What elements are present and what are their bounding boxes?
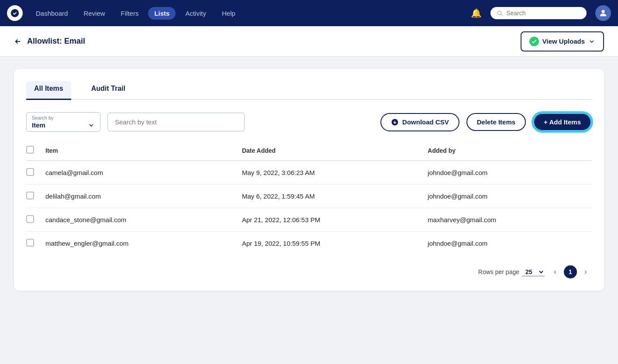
- chevron-down-icon: [588, 38, 595, 45]
- download-csv-label: Download CSV: [402, 118, 449, 126]
- search-text-input[interactable]: [107, 113, 245, 131]
- svg-point-1: [497, 11, 501, 14]
- row-date-0: May 9, 2022, 3:06:23 AM: [242, 161, 428, 185]
- row-date-3: Apr 19, 2022, 10:59:55 PM: [242, 232, 428, 255]
- select-all-header: [26, 141, 45, 161]
- row-addedby-1: johndoe@gmail.com: [428, 185, 592, 208]
- row-item-0: camela@gmail.com: [45, 161, 242, 185]
- row-checkbox-cell: [26, 208, 45, 232]
- nav-activity[interactable]: Activity: [179, 7, 212, 20]
- rows-per-page-label: Rows per page: [478, 268, 519, 275]
- table-row: matthew_engler@gmail.com Apr 19, 2022, 1…: [26, 232, 592, 255]
- row-checkbox-cell: [26, 232, 45, 255]
- table-row: camela@gmail.com May 9, 2022, 3:06:23 AM…: [26, 161, 592, 185]
- row-checkbox-2[interactable]: [26, 215, 34, 223]
- search-input[interactable]: [506, 10, 580, 17]
- row-item-1: delilah@gmail.com: [45, 185, 242, 208]
- row-item-3: matthew_engler@gmail.com: [45, 232, 242, 255]
- view-uploads-label: View Uploads: [542, 38, 585, 45]
- download-icon: [391, 118, 399, 126]
- back-button[interactable]: [14, 38, 22, 45]
- current-page-number[interactable]: 1: [564, 265, 577, 278]
- svg-point-0: [11, 9, 19, 17]
- add-items-label: + Add Items: [544, 118, 581, 126]
- notification-bell-icon[interactable]: 🔔: [471, 8, 482, 18]
- pagination: Rows per page 25 50 100 ‹ 1 ›: [26, 265, 592, 278]
- page-navigation: ‹ 1 ›: [549, 265, 592, 278]
- items-table: Item Date Added Added by camela@gmail.co…: [26, 141, 592, 255]
- table-row: delilah@gmail.com May 6, 2022, 1:59:45 A…: [26, 185, 592, 208]
- tab-audit-trail[interactable]: Audit Trail: [83, 81, 133, 100]
- nav-help[interactable]: Help: [216, 7, 242, 20]
- row-item-2: candace_stone@gmail.com: [45, 208, 242, 232]
- content-card: All Items Audit Trail Search by Item Dow…: [14, 69, 604, 291]
- row-addedby-2: maxharvey@gmail.com: [428, 208, 592, 232]
- tab-all-items[interactable]: All Items: [26, 81, 71, 100]
- back-arrow-icon: [14, 38, 22, 45]
- row-checkbox-cell: [26, 185, 45, 208]
- search-by-label: Search by: [32, 115, 95, 120]
- delete-items-label: Delete Items: [477, 118, 515, 126]
- row-checkbox-0[interactable]: [26, 168, 34, 176]
- row-date-2: Apr 21, 2022, 12:06:53 PM: [242, 208, 428, 232]
- rows-per-page-select[interactable]: 25 50 100: [522, 268, 545, 276]
- svg-line-2: [501, 14, 502, 16]
- search-icon: [497, 10, 503, 17]
- nav-dashboard[interactable]: Dashboard: [30, 7, 74, 20]
- next-page-button[interactable]: ›: [580, 266, 592, 278]
- row-addedby-0: johndoe@gmail.com: [428, 161, 592, 185]
- page-header: Allowlist: Email View Uploads: [0, 26, 618, 57]
- toolbar: Search by Item Download CSV Delete Items…: [26, 112, 592, 132]
- date-added-column-header: Date Added: [242, 141, 428, 161]
- prev-page-button[interactable]: ‹: [549, 266, 561, 278]
- row-checkbox-1[interactable]: [26, 192, 34, 199]
- search-by-value: Item: [32, 121, 95, 129]
- global-search[interactable]: [490, 7, 587, 19]
- checkmark-icon: [531, 38, 537, 45]
- row-checkbox-cell: [26, 161, 45, 185]
- table-body: camela@gmail.com May 9, 2022, 3:06:23 AM…: [26, 161, 592, 255]
- check-circle-icon: [529, 37, 539, 46]
- view-uploads-button[interactable]: View Uploads: [521, 31, 604, 52]
- added-by-column-header: Added by: [428, 141, 592, 161]
- item-column-header: Item: [45, 141, 242, 161]
- logo[interactable]: [7, 5, 23, 21]
- delete-items-button[interactable]: Delete Items: [466, 113, 526, 131]
- row-date-1: May 6, 2022, 1:59:45 AM: [242, 185, 428, 208]
- row-checkbox-3[interactable]: [26, 239, 34, 247]
- main-nav: Dashboard Review Filters Lists Activity …: [0, 0, 618, 26]
- add-items-button[interactable]: + Add Items: [533, 113, 592, 131]
- nav-lists[interactable]: Lists: [148, 7, 176, 20]
- user-avatar[interactable]: [595, 5, 611, 21]
- nav-review[interactable]: Review: [77, 7, 111, 20]
- search-by-dropdown[interactable]: Search by Item: [26, 112, 100, 132]
- main-content: All Items Audit Trail Search by Item Dow…: [0, 57, 618, 303]
- table-row: candace_stone@gmail.com Apr 21, 2022, 12…: [26, 208, 592, 232]
- download-csv-button[interactable]: Download CSV: [380, 113, 459, 131]
- table-header: Item Date Added Added by: [26, 141, 592, 161]
- nav-filters[interactable]: Filters: [115, 7, 145, 20]
- page-title: Allowlist: Email: [27, 37, 85, 46]
- dropdown-chevron-icon: [88, 122, 95, 129]
- row-addedby-3: johndoe@gmail.com: [428, 232, 592, 255]
- rows-per-page: Rows per page 25 50 100: [478, 268, 545, 276]
- svg-point-3: [601, 10, 604, 13]
- select-all-checkbox[interactable]: [26, 146, 34, 154]
- tab-bar: All Items Audit Trail: [26, 81, 592, 100]
